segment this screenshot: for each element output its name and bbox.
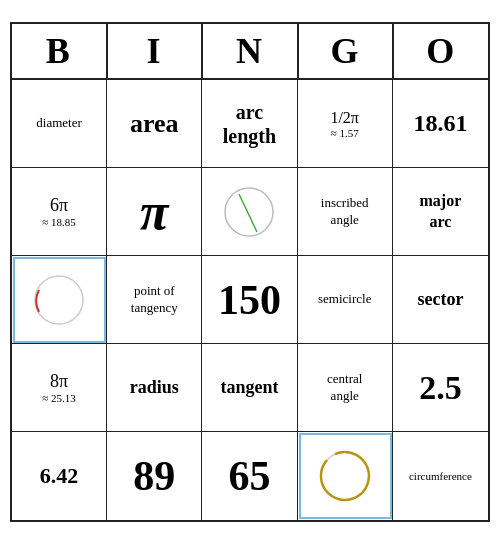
- cell-text: majorarc: [420, 191, 462, 233]
- cell-text: 18.61: [413, 110, 467, 137]
- cell-text: diameter: [36, 115, 81, 132]
- cell-text: 65: [228, 452, 270, 500]
- cell-central-angle[interactable]: centralangle: [298, 344, 393, 432]
- cell-inscribed-angle[interactable]: inscribedangle: [298, 168, 393, 256]
- cell-diameter[interactable]: diameter: [12, 80, 107, 168]
- cell-arc-length[interactable]: arclength: [202, 80, 297, 168]
- cell-text: tangent: [220, 377, 278, 398]
- cell-6-42[interactable]: 6.42: [12, 432, 107, 520]
- cell-tangent[interactable]: tangent: [202, 344, 297, 432]
- circle-red-icon: [29, 270, 89, 330]
- header-g: G: [299, 24, 395, 78]
- cell-text: semicircle: [318, 291, 371, 308]
- cell-text: 2.5: [419, 369, 462, 407]
- cell-circle-line[interactable]: [202, 168, 297, 256]
- svg-line-1: [239, 194, 257, 232]
- cell-text: point oftangency: [131, 283, 178, 317]
- cell-text: 150: [218, 276, 281, 324]
- cell-sector[interactable]: sector: [393, 256, 488, 344]
- cell-text: 8π ≈ 25.13: [42, 371, 76, 404]
- bingo-grid: diameter area arclength 1/2π ≈ 1.57 18.6…: [12, 80, 488, 520]
- cell-major-arc[interactable]: majorarc: [393, 168, 488, 256]
- circle-gold-icon: [315, 446, 375, 506]
- cell-text: arclength: [223, 100, 276, 148]
- cell-text: inscribedangle: [321, 195, 369, 229]
- cell-text: circumference: [409, 470, 472, 482]
- header-n: N: [203, 24, 299, 78]
- cell-2-5[interactable]: 2.5: [393, 344, 488, 432]
- cell-text: 89: [133, 452, 175, 500]
- cell-text: 6.42: [40, 463, 79, 489]
- cell-150[interactable]: 150: [202, 256, 297, 344]
- cell-half-pi[interactable]: 1/2π ≈ 1.57: [298, 80, 393, 168]
- cell-text: area: [130, 109, 179, 139]
- cell-point-of-tangency[interactable]: point oftangency: [107, 256, 202, 344]
- svg-point-0: [225, 188, 273, 236]
- cell-circle-gold[interactable]: [298, 432, 393, 520]
- cell-pi[interactable]: π: [107, 168, 202, 256]
- cell-circumference[interactable]: circumference: [393, 432, 488, 520]
- header-i: I: [108, 24, 204, 78]
- svg-point-2: [35, 276, 83, 324]
- cell-text: 1/2π ≈ 1.57: [330, 109, 359, 139]
- cell-circle-red[interactable]: [12, 256, 107, 344]
- cell-8pi[interactable]: 8π ≈ 25.13: [12, 344, 107, 432]
- cell-semicircle[interactable]: semicircle: [298, 256, 393, 344]
- pi-symbol: π: [140, 182, 168, 241]
- cell-text: 6π ≈ 18.85: [42, 195, 76, 228]
- bingo-header: B I N G O: [12, 24, 488, 80]
- cell-65[interactable]: 65: [202, 432, 297, 520]
- header-b: B: [12, 24, 108, 78]
- cell-text: sector: [417, 289, 463, 310]
- cell-text: centralangle: [327, 371, 362, 405]
- cell-radius[interactable]: radius: [107, 344, 202, 432]
- cell-text: radius: [130, 377, 179, 398]
- cell-89[interactable]: 89: [107, 432, 202, 520]
- cell-6pi[interactable]: 6π ≈ 18.85: [12, 168, 107, 256]
- circle-line-icon: [219, 182, 279, 242]
- cell-18-61[interactable]: 18.61: [393, 80, 488, 168]
- header-o: O: [394, 24, 488, 78]
- cell-area[interactable]: area: [107, 80, 202, 168]
- bingo-card: B I N G O diameter area arclength 1/2π ≈…: [10, 22, 490, 522]
